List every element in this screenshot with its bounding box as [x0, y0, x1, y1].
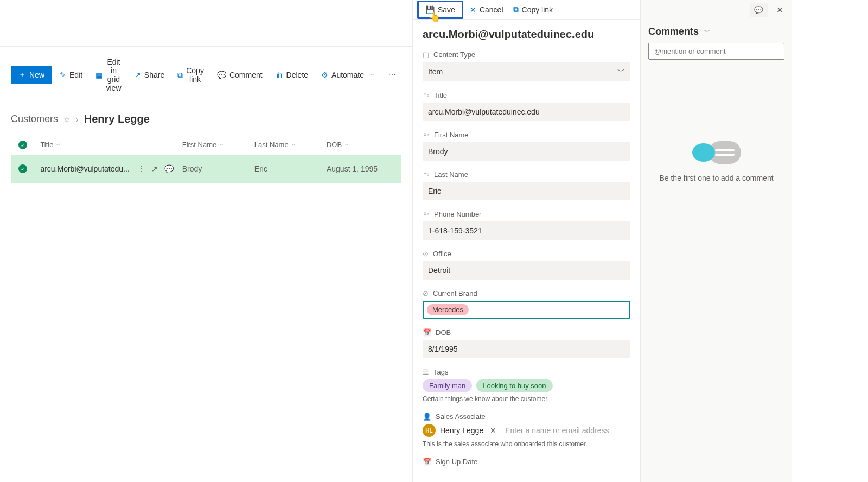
share-label: Share: [144, 71, 164, 79]
copy-link-label: Copy link: [186, 66, 204, 84]
table-row[interactable]: ✓ arcu.Morbi@vulputatedu... ⋮ ↗ 💬 Brody …: [11, 155, 401, 183]
edit-grid-button[interactable]: ▦ Edit in grid view: [90, 53, 127, 97]
link-icon: ⧉: [177, 71, 183, 80]
sales-desc: This is the sales associate who onboarde…: [423, 440, 630, 448]
chat-illustration-icon: [692, 141, 741, 164]
field-office: ⊘Office: [423, 250, 630, 280]
edit-button[interactable]: ✎ Edit: [54, 66, 88, 84]
comments-panel: 💬 ✕ Comments ﹀ Be the first one to add a…: [640, 0, 792, 482]
more-icon[interactable]: ⋮: [137, 164, 145, 173]
plus-icon: ＋: [18, 70, 26, 80]
row-check[interactable]: ✓: [11, 164, 35, 173]
comment-icon: 💬: [217, 71, 226, 79]
header-title[interactable]: Title﹀: [35, 141, 182, 149]
breadcrumb: Customers ☆ › Henry Legge: [0, 103, 412, 135]
panel-toolbar: 💾 Save ✕ Cancel ⧉ Copy link: [413, 0, 640, 20]
new-button[interactable]: ＋ New: [11, 66, 52, 84]
trash-icon: 🗑: [276, 71, 283, 79]
person-name: Henry Legge: [440, 426, 483, 435]
header-fname[interactable]: First Name﹀: [182, 141, 254, 149]
tags-desc: Certain things we know about the custome…: [423, 395, 630, 403]
field-dob: 📅DOB: [423, 328, 630, 358]
sales-associate-input[interactable]: HL Henry Legge ✕ Enter a name or email a…: [423, 424, 630, 437]
chevron-right-icon: ›: [76, 115, 79, 124]
field-last-name: 🗛Last Name: [423, 170, 630, 200]
choice-icon: ⊘: [423, 289, 429, 297]
flow-icon: ⚙: [321, 71, 328, 79]
panel-copy-link-button[interactable]: ⧉ Copy link: [510, 3, 557, 16]
save-highlight-box: 💾 Save: [417, 1, 463, 19]
grid-header-row: ✓ Title﹀ First Name﹀ Last Name﹀ DOB﹀: [11, 135, 401, 155]
field-title: 🗛Title: [423, 91, 630, 121]
share-icon[interactable]: ↗: [151, 164, 158, 173]
field-phone: 🗛Phone Number: [423, 210, 630, 240]
text-icon: 🗛: [423, 91, 430, 99]
first-name-input[interactable]: [423, 142, 630, 161]
row-title[interactable]: arcu.Morbi@vulputatedu...: [40, 164, 129, 173]
save-label: Save: [438, 5, 455, 14]
item-title: arcu.Morbi@vulputateduinec.edu: [423, 28, 630, 41]
star-icon[interactable]: ☆: [63, 115, 71, 124]
office-label: Office: [433, 250, 451, 258]
cancel-button[interactable]: ✕ Cancel: [467, 3, 507, 16]
office-input[interactable]: [423, 261, 630, 280]
current-brand-input[interactable]: Mercedes: [423, 301, 630, 319]
automate-button[interactable]: ⚙ Automate ﹀: [316, 66, 381, 84]
comments-body: Comments ﹀ Be the first one to add a com…: [641, 20, 792, 189]
top-spacer: [0, 0, 412, 47]
comment-label: Comment: [229, 71, 263, 79]
chevron-down-icon: ﹀: [219, 142, 225, 148]
header-lname[interactable]: Last Name﹀: [254, 141, 327, 149]
save-button[interactable]: 💾 Save: [422, 3, 458, 16]
chevron-down-icon: ﹀: [369, 71, 375, 79]
list-grid: ✓ Title﹀ First Name﹀ Last Name﹀ DOB﹀ ✓ a…: [0, 135, 412, 183]
comment-input[interactable]: [648, 43, 784, 60]
remove-person-icon[interactable]: ✕: [490, 426, 496, 435]
brand-chip[interactable]: Mercedes: [427, 304, 469, 315]
header-fname-text: First Name: [182, 141, 217, 149]
title-input[interactable]: [423, 103, 630, 121]
share-icon: ↗: [135, 71, 141, 79]
share-button[interactable]: ↗ Share: [129, 66, 170, 84]
header-title-text: Title: [40, 141, 53, 149]
tag-chip[interactable]: Family man: [423, 379, 472, 392]
chevron-down-icon: ﹀: [704, 28, 710, 36]
lname-label: Last Name: [434, 170, 468, 179]
check-icon: ✓: [18, 164, 27, 173]
row-dob: August 1, 1995: [327, 164, 401, 173]
delete-button[interactable]: 🗑 Delete: [270, 66, 314, 84]
tag-chip[interactable]: Looking to buy soon: [476, 379, 552, 392]
comment-icon[interactable]: 💬: [164, 164, 174, 173]
phone-input[interactable]: [423, 221, 630, 240]
header-check[interactable]: ✓: [11, 141, 35, 149]
signup-label: Sign Up Date: [436, 458, 477, 466]
close-icon: ✕: [776, 5, 783, 15]
comment-button[interactable]: 💬 Comment: [212, 66, 268, 84]
breadcrumb-list[interactable]: Customers: [11, 113, 58, 125]
tags-input[interactable]: Family man Looking to buy soon: [423, 379, 630, 392]
close-panel-button[interactable]: ✕: [773, 3, 787, 17]
comments-toolbar: 💬 ✕: [641, 0, 792, 20]
content-type-select[interactable]: Item ﹀: [423, 62, 630, 81]
field-signup: 📅Sign Up Date: [423, 458, 630, 466]
more-button[interactable]: ⋯: [383, 66, 401, 84]
header-dob[interactable]: DOB﹀: [327, 141, 401, 149]
breadcrumb-current: Henry Legge: [84, 113, 150, 125]
comment-icon: 💬: [754, 6, 763, 14]
check-icon: ✓: [18, 141, 27, 149]
row-lname: Eric: [254, 164, 327, 173]
chevron-down-icon: ﹀: [344, 142, 350, 148]
comments-toggle-button[interactable]: 💬: [750, 3, 768, 17]
text-icon: 🗛: [423, 210, 430, 218]
tags-icon: ☰: [423, 368, 429, 376]
comments-heading[interactable]: Comments ﹀: [648, 26, 784, 37]
grid-icon: ▦: [95, 71, 103, 79]
field-content-type: ▢Content Type Item ﹀: [423, 50, 630, 81]
copy-link-button[interactable]: ⧉ Copy link: [172, 62, 209, 88]
text-icon: 🗛: [423, 170, 430, 179]
last-name-input[interactable]: [423, 182, 630, 200]
dob-input[interactable]: [423, 340, 630, 358]
link-icon: ⧉: [513, 5, 519, 14]
panel-body[interactable]: arcu.Morbi@vulputateduinec.edu ▢Content …: [413, 20, 640, 481]
cancel-label: Cancel: [480, 5, 503, 14]
